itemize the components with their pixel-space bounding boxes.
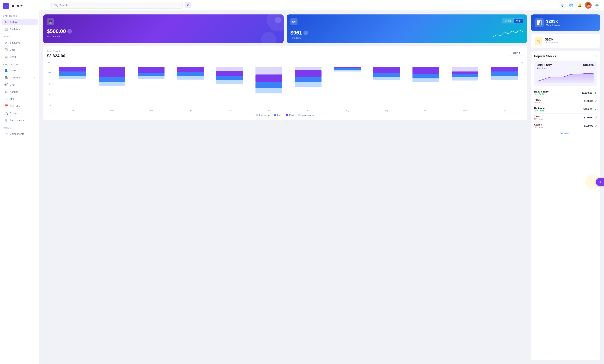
legend-maintenance-dot (298, 114, 301, 116)
growth-amount: $2,324.00 (47, 53, 65, 58)
income-top-label: Total Income (546, 24, 560, 27)
bar-segment-investment (138, 76, 164, 79)
bar-segment-loss (59, 72, 86, 75)
sidebar-item-calendar[interactable]: 📅 Calendar (1, 103, 38, 109)
sidebar-item-data-label: Data (10, 48, 15, 51)
income-top-icon: 📊 (535, 18, 544, 27)
earning-card: 🖥️ ••• $500.00 ↑ Total Earning (43, 14, 284, 43)
bar-stack-nov (446, 67, 484, 108)
stock-info-1: TTML 10% loss (534, 99, 543, 104)
sidebar-item-default[interactable]: ⊙ Default (1, 19, 38, 25)
calendar-icon: 📅 (4, 104, 8, 108)
chart-bar-group-jun (250, 67, 288, 108)
chart-bar-group-dec (485, 67, 523, 108)
sidebar-item-forms-sub-label: Components (10, 132, 24, 135)
bar-segment-profit (99, 67, 125, 77)
stock-sub-1: 10% loss (534, 101, 543, 104)
translate-button[interactable]: 🌐 (568, 2, 574, 9)
bar-segment-loss (413, 74, 439, 78)
users-chevron: ▾ (34, 69, 35, 72)
bar-segment-loss (373, 73, 400, 77)
sidebar: 🫐 BERRY Dashboard ⊙ Default ⬜ Analytics … (0, 0, 39, 364)
bar-stack-dec (485, 67, 523, 108)
bar-segment-maintenance (295, 67, 322, 70)
income-top-info: $203k Total Income (546, 19, 560, 27)
today-chevron-icon: ▾ (519, 51, 520, 54)
search-input[interactable] (59, 4, 180, 7)
menu-button[interactable]: ☰ (43, 2, 49, 8)
bar-segment-investment (295, 82, 322, 87)
order-card-header: 🛍 Month Year (290, 18, 523, 28)
today-button[interactable]: Today ▾ (508, 50, 523, 56)
sidebar-item-default-label: Default (10, 21, 18, 24)
bar-segment-profit (295, 70, 322, 77)
income-top-amount: $203k (546, 19, 560, 24)
stock-chart-name: Bajaj Finery (537, 63, 552, 66)
widget-section-label: Widget (0, 33, 39, 39)
sidebar-item-chat-label: Chat (10, 83, 15, 86)
bar-stack-may (211, 67, 249, 108)
bar-stack-apr (171, 67, 210, 108)
bar-segment-loss (255, 82, 282, 88)
sidebar-item-customer[interactable]: 🛍️ Customer ▾ (1, 74, 38, 81)
sidebar-item-kanban[interactable]: ⊞ Kanban (1, 88, 38, 95)
bar-stack-jun (250, 67, 288, 108)
sidebar-item-analytics[interactable]: ⬜ Analytics (1, 26, 38, 32)
bar-segment-investment (413, 78, 439, 82)
stock-name-0: Bajaj Finery (534, 90, 549, 93)
chart-xaxis: JanFebMarAprMayJunJulAugSepOctNovDec (54, 109, 523, 112)
bar-segment-investment (255, 88, 282, 93)
left-column: 🖥️ ••• $500.00 ↑ Total Earning 🛍 Month Y… (43, 14, 527, 360)
chart-xlabel-aug: Aug (328, 109, 366, 112)
sidebar-item-forms-sub[interactable]: 📄 Components (1, 130, 38, 137)
bar-stack-jul (289, 67, 327, 108)
sidebar-item-statistics[interactable]: ◎ Statistics (1, 39, 38, 46)
stock-name-3: TTML (534, 115, 543, 118)
customer-chevron: ▾ (34, 76, 35, 79)
bar-segment-loss (138, 73, 164, 76)
chart-xlabel-feb: Feb (93, 109, 131, 112)
broadcast-button[interactable]: 📡 (559, 2, 566, 9)
bar-segment-profit (413, 67, 439, 74)
sidebar-item-data[interactable]: 📋 Data (1, 46, 38, 53)
income-top-card: 📊 $203k Total Income (531, 14, 600, 31)
sidebar-item-chart[interactable]: 📊 Chart (1, 53, 38, 60)
bar-segment-loss (99, 77, 125, 82)
income-decorative (578, 11, 600, 364)
customer-icon: 🛍️ (4, 76, 8, 79)
data-icon: 📋 (4, 48, 8, 51)
order-card: 🛍 Month Year $961 ↓ Total Order (287, 14, 527, 43)
bar-segment-profit (216, 71, 243, 76)
bar-stack-mar (132, 67, 170, 108)
sidebar-item-mail[interactable]: ✉️ Mail (1, 96, 38, 102)
contact-chevron: ▾ (34, 112, 35, 114)
earning-card-menu[interactable]: ••• (275, 17, 281, 23)
sidebar-item-ecommerce[interactable]: 🛒 E-commerce ▾ (1, 117, 38, 124)
legend-loss: Loss (274, 114, 282, 116)
sidebar-item-statistics-label: Statistics (10, 41, 20, 44)
legend-maintenance: Maintenance (298, 114, 315, 116)
chart-bar-group-nov (446, 67, 484, 108)
bar-segment-investment (452, 77, 478, 80)
bar-segment-profit (255, 75, 282, 83)
chat-icon: 💬 (4, 83, 8, 86)
order-trend-icon: ↓ (303, 31, 308, 35)
settings-fab[interactable]: ⚙ (596, 178, 604, 186)
year-toggle-button[interactable]: Year (514, 19, 523, 23)
bar-segment-loss (216, 76, 243, 80)
chart-xlabel-dec: Dec (485, 109, 523, 112)
legend-loss-label: Loss (277, 114, 282, 116)
legend-loss-dot (274, 114, 276, 116)
chart-yaxis: 360 270 180 90 0 (47, 61, 52, 106)
earning-card-icon: 🖥️ (47, 18, 54, 25)
month-toggle-button[interactable]: Month (502, 19, 513, 23)
filter-button[interactable]: ⚙ (185, 2, 191, 8)
growth-label: Total Growth (47, 50, 65, 53)
sidebar-item-users[interactable]: 👤 Users ▾ (1, 67, 38, 74)
sidebar-item-chat[interactable]: 💬 Chat (1, 81, 38, 88)
sidebar-item-contact[interactable]: 📇 Contact ▾ (1, 110, 38, 116)
bar-segment-profit (59, 67, 86, 72)
chart-bar-group-jul (289, 67, 327, 108)
main-content: 🖥️ ••• $500.00 ↑ Total Earning 🛍 Month Y… (39, 11, 604, 364)
sidebar-item-analytics-label: Analytics (10, 28, 20, 31)
